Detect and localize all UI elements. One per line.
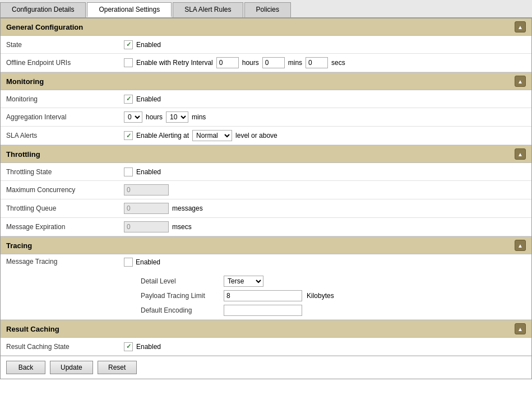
message-tracing-row: Message Tracing Enabled Detail Level Ter… bbox=[1, 254, 531, 320]
detail-level-row: Detail Level TerseNormalVerbose bbox=[141, 276, 334, 287]
aggregation-mins-select[interactable]: 10152030 bbox=[166, 111, 188, 123]
throttling-state-value: Enabled bbox=[124, 167, 526, 176]
tab-bar: Configuration Details Operational Settin… bbox=[0, 0, 532, 18]
result-caching-state-checkbox[interactable] bbox=[124, 342, 133, 351]
message-expiration-label: Message Expiration bbox=[6, 223, 124, 231]
state-checkbox[interactable] bbox=[124, 40, 133, 49]
tracing-collapse-button[interactable]: ▲ bbox=[515, 240, 526, 251]
tab-operational-settings[interactable]: Operational Settings bbox=[87, 2, 172, 17]
max-concurrency-input[interactable] bbox=[124, 184, 169, 195]
offline-mins-input[interactable] bbox=[262, 57, 285, 68]
max-concurrency-row: Maximum Concurrency bbox=[1, 181, 531, 199]
message-tracing-label: Message Tracing bbox=[6, 258, 124, 266]
detail-level-select[interactable]: TerseNormalVerbose bbox=[224, 276, 263, 287]
throttling-state-checkbox[interactable] bbox=[124, 167, 133, 176]
offline-endpoint-value: Enable with Retry Interval hours mins se… bbox=[124, 57, 526, 68]
aggregation-interval-value: 012 hours 10152030 mins bbox=[124, 111, 526, 123]
throttling-queue-input[interactable] bbox=[124, 203, 169, 214]
general-collapse-button[interactable]: ▲ bbox=[515, 21, 526, 32]
result-caching-collapse-button[interactable]: ▲ bbox=[515, 323, 526, 334]
result-caching-header: Result Caching ▲ bbox=[1, 320, 531, 338]
max-concurrency-label: Maximum Concurrency bbox=[6, 186, 124, 194]
monitoring-collapse-button[interactable]: ▲ bbox=[515, 76, 526, 87]
throttling-queue-value: messages bbox=[124, 203, 526, 214]
message-expiration-input[interactable] bbox=[124, 221, 169, 232]
throttling-collapse-button[interactable]: ▲ bbox=[515, 148, 526, 160]
update-button[interactable]: Update bbox=[50, 361, 93, 374]
monitoring-label: Monitoring bbox=[6, 95, 124, 103]
state-row: State Enabled bbox=[1, 36, 531, 54]
throttling-state-label: Throttling State bbox=[6, 168, 124, 176]
result-caching-state-label: Result Caching State bbox=[6, 343, 124, 351]
message-expiration-value: msecs bbox=[124, 221, 526, 232]
offline-hours-input[interactable] bbox=[216, 57, 239, 68]
sla-level-select[interactable]: NormalWarningCritical bbox=[192, 130, 232, 141]
max-concurrency-value bbox=[124, 184, 526, 195]
monitoring-row: Monitoring Enabled bbox=[1, 90, 531, 108]
content-area: General Configuration ▲ State Enabled Of… bbox=[0, 18, 532, 379]
throttling-queue-row: Throttling Queue messages bbox=[1, 199, 531, 218]
default-encoding-input[interactable] bbox=[224, 305, 302, 316]
sla-alerts-row: SLA Alerts Enable Alerting at NormalWarn… bbox=[1, 127, 531, 145]
result-caching-state-row: Result Caching State Enabled bbox=[1, 338, 531, 356]
message-tracing-checkbox-wrapper: Enabled bbox=[124, 258, 160, 267]
general-config-header: General Configuration ▲ bbox=[1, 18, 531, 36]
offline-endpoint-row: Offline Endpoint URIs Enable with Retry … bbox=[1, 54, 531, 72]
offline-endpoint-label: Offline Endpoint URIs bbox=[6, 59, 124, 67]
throttling-queue-label: Throttling Queue bbox=[6, 204, 124, 212]
message-tracing-checkbox[interactable] bbox=[124, 258, 133, 267]
throttling-state-row: Throttling State Enabled bbox=[1, 163, 531, 181]
state-label: State bbox=[6, 41, 124, 49]
reset-button[interactable]: Reset bbox=[98, 361, 137, 374]
payload-limit-input[interactable] bbox=[224, 290, 302, 301]
tab-policies[interactable]: Policies bbox=[244, 2, 291, 17]
throttling-header: Throttling ▲ bbox=[1, 145, 531, 163]
sla-alerts-value: Enable Alerting at NormalWarningCritical… bbox=[124, 130, 526, 141]
aggregation-hours-select[interactable]: 012 bbox=[124, 111, 142, 123]
message-expiration-row: Message Expiration msecs bbox=[1, 218, 531, 236]
monitoring-checkbox[interactable] bbox=[124, 95, 133, 104]
offline-secs-input[interactable] bbox=[306, 57, 328, 68]
payload-limit-row: Payload Tracing Limit Kilobytes bbox=[141, 290, 334, 301]
button-bar: Back Update Reset bbox=[1, 356, 531, 379]
result-caching-state-value: Enabled bbox=[124, 342, 526, 351]
message-tracing-value: Enabled Detail Level TerseNormalVerbose … bbox=[124, 258, 526, 316]
monitoring-header: Monitoring ▲ bbox=[1, 72, 531, 90]
tab-sla-alert-rules[interactable]: SLA Alert Rules bbox=[173, 2, 243, 17]
monitoring-value: Enabled bbox=[124, 95, 526, 104]
sla-alerts-checkbox[interactable] bbox=[124, 131, 133, 140]
aggregation-interval-row: Aggregation Interval 012 hours 10152030 … bbox=[1, 108, 531, 127]
default-encoding-row: Default Encoding bbox=[141, 305, 334, 316]
tab-configuration-details[interactable]: Configuration Details bbox=[0, 2, 86, 17]
state-value: Enabled bbox=[124, 40, 526, 49]
sla-alerts-label: SLA Alerts bbox=[6, 132, 124, 139]
tracing-header: Tracing ▲ bbox=[1, 236, 531, 254]
aggregation-interval-label: Aggregation Interval bbox=[6, 113, 124, 121]
tracing-sub-fields: Detail Level TerseNormalVerbose Payload … bbox=[141, 272, 334, 316]
back-button[interactable]: Back bbox=[6, 361, 45, 374]
offline-endpoint-checkbox[interactable] bbox=[124, 58, 133, 67]
